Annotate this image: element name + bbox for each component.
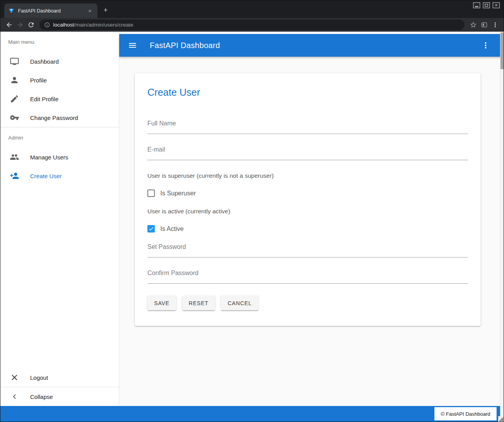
- people-icon: [10, 152, 19, 162]
- sidebar-spacer: [0, 185, 119, 368]
- reload-icon: [27, 21, 35, 29]
- sidebar-item-label: Create User: [30, 173, 62, 179]
- close-x-icon: [10, 373, 19, 382]
- close-icon: ×: [495, 3, 497, 7]
- copyright-text: © FastAPI Dashboard: [434, 407, 497, 420]
- cancel-button[interactable]: CANCEL: [221, 296, 258, 310]
- superuser-checkbox[interactable]: [147, 190, 155, 197]
- app-bar: FastAPI Dashboard: [119, 34, 504, 57]
- close-button[interactable]: ×: [493, 2, 500, 8]
- sidebar-item-dashboard[interactable]: Dashboard: [0, 52, 119, 71]
- person-icon: [10, 75, 19, 85]
- sidebar-item-logout[interactable]: Logout: [0, 368, 119, 387]
- page-scrollbar[interactable]: [500, 32, 504, 416]
- page: Main menu Dashboard Profile Edit Profile…: [0, 32, 504, 422]
- reload-button[interactable]: [25, 20, 36, 30]
- pencil-icon: [10, 94, 19, 104]
- maximize-icon: [485, 4, 488, 7]
- browser-tab-strip: FastAPI Dashboard × + ×: [0, 0, 504, 18]
- form-actions: SAVE RESET CANCEL: [147, 296, 468, 310]
- minimize-button[interactable]: [473, 2, 480, 8]
- sidebar-item-label: Change Password: [30, 114, 78, 121]
- save-button[interactable]: SAVE: [147, 296, 176, 310]
- back-button[interactable]: [4, 20, 14, 30]
- dashboard-icon: [10, 57, 19, 66]
- sidebar-item-label: Manage Users: [30, 154, 68, 161]
- check-icon: [148, 226, 154, 232]
- bookmark-button[interactable]: [468, 20, 479, 30]
- resize-grip[interactable]: [498, 416, 504, 422]
- page-info-icon[interactable]: [44, 22, 50, 28]
- url-host: localhost: [53, 22, 74, 28]
- app-bar-title: FastAPI Dashboard: [150, 41, 468, 50]
- forward-arrow-icon: [16, 21, 24, 29]
- active-hint: User is active (currently active): [147, 208, 468, 215]
- active-checkbox-row[interactable]: Is Active: [147, 225, 468, 232]
- hamburger-menu-button[interactable]: [126, 38, 140, 52]
- person-add-icon: [10, 171, 19, 181]
- scrollbar-thumb[interactable]: [500, 32, 504, 69]
- url-path: /main/admin/users/create: [74, 22, 133, 28]
- app-footer: © FastAPI Dashboard: [0, 406, 504, 422]
- sidebar-item-manage-users[interactable]: Manage Users: [0, 148, 119, 166]
- hamburger-menu-icon: [128, 41, 137, 50]
- star-icon: [470, 21, 477, 29]
- superuser-hint: User is superuser (currently is not a su…: [147, 172, 468, 179]
- window-controls: ×: [473, 2, 500, 8]
- superuser-checkbox-label: Is Superuser: [160, 190, 196, 197]
- browser-menu-button[interactable]: [490, 20, 500, 30]
- sidebar-item-label: Edit Profile: [30, 96, 59, 102]
- set-password-field[interactable]: [147, 243, 468, 257]
- maximize-button[interactable]: [483, 2, 490, 8]
- sidebar-item-label: Logout: [30, 374, 48, 381]
- sidebar: Main menu Dashboard Profile Edit Profile…: [0, 32, 119, 406]
- confirm-password-field[interactable]: [147, 270, 468, 284]
- back-arrow-icon: [5, 21, 13, 29]
- kebab-menu-icon: [491, 21, 499, 29]
- forward-button[interactable]: [14, 20, 25, 30]
- browser-toolbar: localhost/main/admin/users/create: [0, 18, 504, 32]
- sidebar-item-profile[interactable]: Profile: [0, 71, 119, 89]
- tab-title: FastAPI Dashboard: [18, 8, 83, 14]
- active-checkbox-label: Is Active: [160, 225, 184, 232]
- kebab-menu-icon: [481, 41, 490, 50]
- vuetify-logo-icon: [8, 8, 14, 14]
- tab-close-icon[interactable]: ×: [86, 7, 93, 14]
- sidebar-item-label: Collapse: [30, 393, 53, 400]
- sidebar-section-admin: Admin: [0, 127, 119, 148]
- key-icon: [10, 113, 19, 122]
- address-bar[interactable]: localhost/main/admin/users/create: [39, 20, 465, 30]
- full-name-field[interactable]: [147, 120, 468, 134]
- active-checkbox[interactable]: [147, 225, 155, 232]
- extension-icon: [481, 21, 488, 29]
- browser-tab[interactable]: FastAPI Dashboard ×: [4, 4, 97, 18]
- reset-button[interactable]: RESET: [182, 296, 215, 310]
- main-area: FastAPI Dashboard Create User User is su…: [119, 32, 504, 406]
- sidebar-item-label: Profile: [30, 77, 47, 84]
- sidebar-section-main-menu: Main menu: [0, 32, 119, 52]
- sidebar-item-create-user[interactable]: Create User: [0, 166, 119, 185]
- create-user-card: Create User User is superuser (currently…: [135, 73, 481, 326]
- extension-button[interactable]: [479, 20, 490, 30]
- page-content: Create User User is superuser (currently…: [119, 57, 504, 406]
- browser-window: FastAPI Dashboard × + × localhost/main/a…: [0, 0, 504, 422]
- email-field[interactable]: [147, 146, 468, 160]
- url-text: localhost/main/admin/users/create: [53, 22, 133, 28]
- minimize-icon: [475, 6, 478, 7]
- sidebar-item-change-password[interactable]: Change Password: [0, 108, 119, 127]
- chevron-left-icon: [10, 392, 19, 401]
- superuser-checkbox-row[interactable]: Is Superuser: [147, 190, 468, 197]
- page-title: Create User: [147, 87, 468, 98]
- sidebar-item-collapse[interactable]: Collapse: [0, 387, 119, 406]
- new-tab-button[interactable]: +: [100, 4, 111, 16]
- app-menu-button[interactable]: [479, 38, 493, 52]
- sidebar-item-label: Dashboard: [30, 58, 59, 65]
- sidebar-item-edit-profile[interactable]: Edit Profile: [0, 89, 119, 108]
